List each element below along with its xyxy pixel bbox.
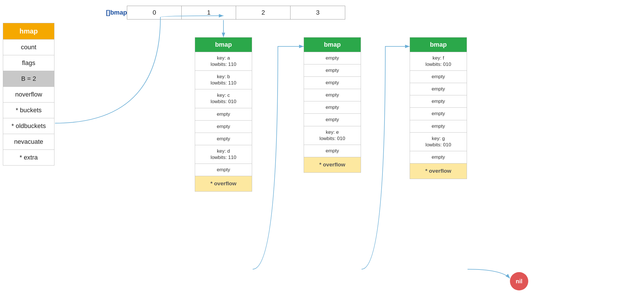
bmap2-cell-5: empty xyxy=(304,113,361,126)
bmap1-cell-1: key: blowbits: 110 xyxy=(195,70,252,89)
bmap2-cell-0: empty xyxy=(304,52,361,64)
bmap2-overflow: * overflow xyxy=(304,157,361,172)
bmap-box-1: bmap key: alowbits: 110 key: blowbits: 1… xyxy=(195,37,252,192)
bmap1-cell-0: key: alowbits: 110 xyxy=(195,52,252,70)
bmap2-cell-7: empty xyxy=(304,145,361,157)
bmap2-cell-4: empty xyxy=(304,101,361,113)
bmap3-overflow: * overflow xyxy=(410,163,467,179)
bmap2-cell-3: empty xyxy=(304,89,361,101)
bmap3-cell-0: key: flowbits: 010 xyxy=(410,52,467,70)
hmap-buckets: * buckets xyxy=(3,103,54,118)
bmap3-cell-1: empty xyxy=(410,70,467,83)
array-indices: 0 1 2 3 xyxy=(127,6,345,19)
bmap1-cell-7: empty xyxy=(195,164,252,176)
array-index-3: 3 xyxy=(290,6,345,19)
bmap3-header: bmap xyxy=(410,38,467,52)
bmap3-cell-2: empty xyxy=(410,83,467,95)
bmap1-cell-3: empty xyxy=(195,108,252,120)
hmap-extra: * extra xyxy=(3,150,54,165)
bmap1-header: bmap xyxy=(195,38,252,52)
bmap3-cell-4: empty xyxy=(410,107,467,120)
bmap1-cell-4: empty xyxy=(195,120,252,133)
hmap-title: hmap xyxy=(3,23,54,40)
array-header: []bmap 0 1 2 3 xyxy=(106,6,345,19)
bmap1-cell-5: empty xyxy=(195,133,252,145)
bmap2-cell-2: empty xyxy=(304,76,361,89)
hmap-noverflow: noverflow xyxy=(3,87,54,103)
nil-circle: nil xyxy=(510,272,528,290)
array-index-1: 1 xyxy=(182,6,236,19)
bmap3-cell-7: empty xyxy=(410,151,467,163)
bmap2-cell-1: empty xyxy=(304,64,361,76)
hmap-struct: hmap count flags B = 2 noverflow * bucke… xyxy=(3,23,54,166)
bmap-box-2: bmap empty empty empty empty empty empty… xyxy=(304,37,361,173)
bmap3-cell-6: key: glowbits: 010 xyxy=(410,132,467,151)
array-index-2: 2 xyxy=(236,6,290,19)
bmap1-cell-2: key: clowbits: 010 xyxy=(195,89,252,108)
hmap-flags: flags xyxy=(3,55,54,71)
hmap-nevacuate: nevacuate xyxy=(3,134,54,150)
bmap3-cell-5: empty xyxy=(410,120,467,132)
bmap1-cell-6: key: dlowbits: 110 xyxy=(195,145,252,164)
nil-label: nil xyxy=(516,278,522,285)
array-label: []bmap xyxy=(106,9,127,16)
bmap-box-3: bmap key: flowbits: 010 empty empty empt… xyxy=(410,37,467,179)
array-index-0: 0 xyxy=(127,6,182,19)
bmap2-header: bmap xyxy=(304,38,361,52)
hmap-b: B = 2 xyxy=(3,71,54,87)
hmap-oldbuckets: * oldbuckets xyxy=(3,118,54,134)
bmap3-cell-3: empty xyxy=(410,95,467,107)
hmap-count: count xyxy=(3,40,54,55)
bmap1-overflow: * overflow xyxy=(195,176,252,191)
bmap2-cell-6: key: elowbits: 010 xyxy=(304,126,361,145)
